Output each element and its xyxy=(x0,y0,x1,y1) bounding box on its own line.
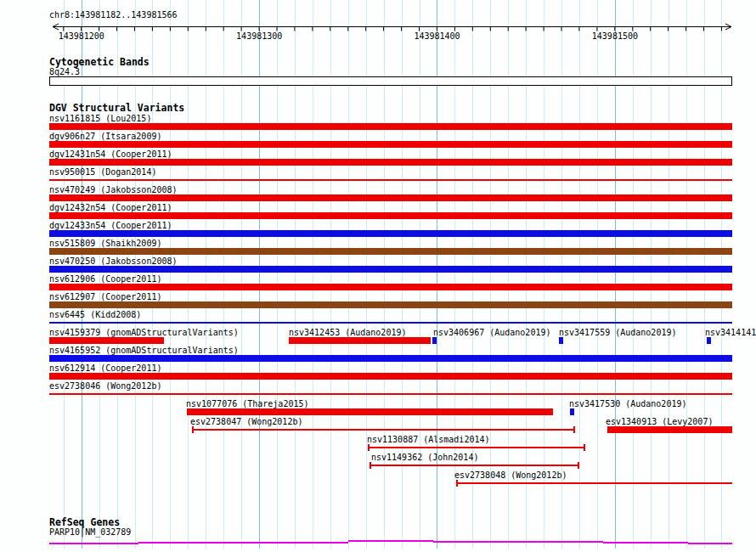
genome-browser-canvas: chr8:143981182..143981566 14398120014398… xyxy=(0,0,756,552)
variant-label[interactable]: nsv4165952 (gnomADStructuralVariants) xyxy=(49,346,239,355)
variant-point[interactable] xyxy=(432,337,437,344)
cytoband-track-header: Cytogenetic Bands xyxy=(49,58,150,67)
variant-bar[interactable] xyxy=(49,355,732,362)
variant-label[interactable]: nsv3412453 (Audano2019) xyxy=(289,328,406,337)
variant-line-endtick[interactable] xyxy=(573,426,575,433)
variant-bar[interactable] xyxy=(187,408,553,415)
variant-line[interactable] xyxy=(370,465,579,466)
variant-label[interactable]: esv1340913 (Levy2007) xyxy=(606,417,713,426)
cytoband-band-label[interactable]: 8q24.3 xyxy=(49,67,80,76)
variant-label[interactable]: nsv3414141 xyxy=(705,328,756,337)
variant-label[interactable]: esv2738047 (Wong2012b) xyxy=(190,417,302,426)
variant-bar[interactable] xyxy=(607,426,732,433)
variant-point[interactable] xyxy=(570,408,574,415)
variant-line-endtick[interactable] xyxy=(370,462,371,469)
variant-label[interactable]: nsv612906 (Cooper2011) xyxy=(49,274,161,284)
gene-line-segment[interactable] xyxy=(603,542,688,544)
variant-line[interactable] xyxy=(368,447,585,448)
gene-line-segment[interactable] xyxy=(433,541,603,543)
variant-bar[interactable] xyxy=(289,337,431,344)
variant-bar[interactable] xyxy=(49,230,732,237)
variant-label[interactable]: dgv906n27 (Itsara2009) xyxy=(49,132,161,141)
variant-label[interactable]: nsv1077076 (Thareja2015) xyxy=(186,399,309,408)
variant-bar[interactable] xyxy=(49,212,732,219)
variant-label[interactable]: nsv612914 (Cooper2011) xyxy=(49,363,161,373)
cytoband-band-box[interactable] xyxy=(49,76,732,86)
variant-line-endtick[interactable] xyxy=(456,480,458,487)
variant-label[interactable]: nsv950015 (Dogan2014) xyxy=(49,167,156,177)
variant-line[interactable] xyxy=(456,482,732,484)
variant-label[interactable]: nsv470250 (Jakobsson2008) xyxy=(49,256,178,266)
variant-line[interactable] xyxy=(49,393,732,395)
variant-label[interactable]: dgv12433n54 (Cooper2011) xyxy=(49,221,172,230)
gene-line-segment[interactable] xyxy=(138,542,348,544)
variant-label[interactable]: nsv1161815 (Lou2015) xyxy=(49,114,151,123)
variant-label[interactable]: nsv4159379 (gnomADStructuralVariants) xyxy=(49,328,239,337)
variant-label[interactable]: nsv1130887 (Alsmadi2014) xyxy=(367,435,490,444)
variant-label[interactable]: nsv515809 (Shaikh2009) xyxy=(49,239,161,248)
variant-label[interactable]: nsv1149362 (John2014) xyxy=(371,453,478,462)
variant-bar[interactable] xyxy=(49,159,732,166)
variant-bar[interactable] xyxy=(49,337,164,344)
variant-line[interactable] xyxy=(49,179,732,181)
variant-label[interactable]: esv2738048 (Wong2012b) xyxy=(454,470,567,480)
variant-label[interactable]: dgv12432n54 (Cooper2011) xyxy=(49,203,172,212)
variant-label[interactable]: nsv6445 (Kidd2008) xyxy=(49,310,141,319)
variant-bar[interactable] xyxy=(49,248,732,255)
refseq-track-header: RefSeq Genes xyxy=(49,518,120,527)
variant-line-endtick[interactable] xyxy=(578,462,579,469)
variant-line[interactable] xyxy=(192,429,575,431)
variant-bar[interactable] xyxy=(49,123,732,130)
dgv-track-header: DGV Structural Variants xyxy=(49,104,184,113)
variant-bar[interactable] xyxy=(49,301,732,308)
gene-line-segment[interactable] xyxy=(49,543,138,544)
variant-bar[interactable] xyxy=(49,266,732,273)
variant-bar[interactable] xyxy=(49,141,732,148)
ruler-tick-label: 143981400 xyxy=(414,31,460,41)
variant-bar[interactable] xyxy=(49,373,732,380)
variant-line-endtick[interactable] xyxy=(192,426,194,433)
variant-label[interactable]: nsv3417530 (Audano2019) xyxy=(569,399,686,408)
variant-line[interactable] xyxy=(49,322,732,324)
ruler-tick-label: 143981300 xyxy=(236,31,282,41)
gene-line-segment[interactable] xyxy=(348,540,433,542)
variant-label[interactable]: nsv3417559 (Audano2019) xyxy=(559,328,676,337)
ruler-axis xyxy=(0,0,756,42)
variant-label[interactable]: dgv12431n54 (Cooper2011) xyxy=(49,149,172,159)
variant-label[interactable]: nsv470249 (Jakobsson2008) xyxy=(49,185,178,194)
variant-point[interactable] xyxy=(707,337,711,344)
ruler-tick-label: 143981200 xyxy=(59,31,104,41)
variant-line-endtick[interactable] xyxy=(368,444,370,451)
variant-label[interactable]: nsv3406967 (Audano2019) xyxy=(433,328,550,337)
variant-bar[interactable] xyxy=(49,194,732,201)
variant-line-endtick[interactable] xyxy=(584,444,585,451)
refseq-gene-label[interactable]: PARP10|NM_032789 xyxy=(49,527,131,537)
gene-line-segment[interactable] xyxy=(688,543,732,544)
variant-bar[interactable] xyxy=(49,284,732,290)
variant-label[interactable]: nsv612907 (Cooper2011) xyxy=(49,292,161,301)
ruler-tick-label: 143981500 xyxy=(592,31,638,41)
variant-label[interactable]: esv2738046 (Wong2012b) xyxy=(49,381,161,391)
variant-point[interactable] xyxy=(559,337,563,344)
